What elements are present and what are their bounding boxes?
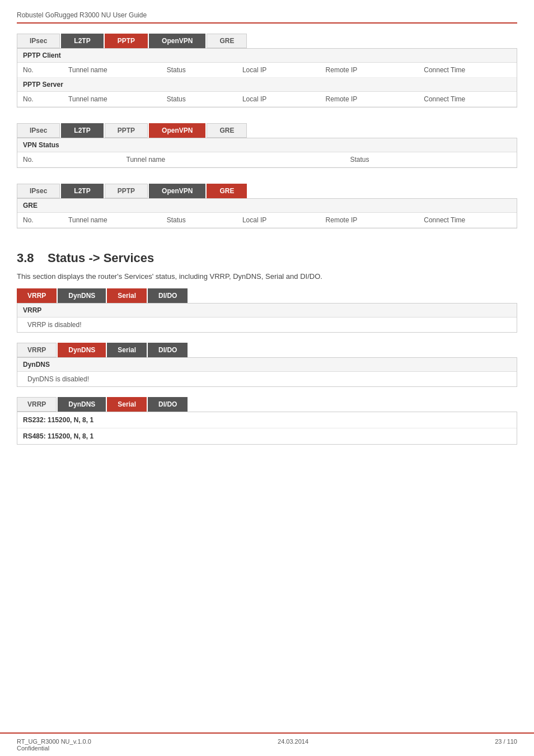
col-local-2: Local IP [237, 92, 320, 107]
tab-ipsec-3[interactable]: IPsec [17, 184, 60, 198]
gre-tab-bar[interactable]: IPsec L2TP PPTP OpenVPN GRE [17, 184, 517, 198]
tab-serial-3[interactable]: Serial [107, 397, 147, 412]
tab-serial-1[interactable]: Serial [107, 288, 147, 303]
tab-ipsec-2[interactable]: IPsec [17, 123, 60, 138]
tab-dido-3[interactable]: DI/DO [148, 397, 188, 412]
col-status-2: Status [161, 92, 237, 107]
gre-section-title: GRE [17, 199, 517, 213]
col-status-4: Status [161, 213, 237, 228]
col-local-1: Local IP [237, 63, 320, 78]
serial-content-panel: RS232: 115200, N, 8, 1 RS485: 115200, N,… [17, 412, 517, 445]
footer-left: RT_UG_R3000 NU_v.1.0.0 Confidential [17, 738, 91, 752]
section-38-desc: This section displays the router's Servi… [17, 272, 517, 281]
section-number: 3.8 [17, 251, 34, 265]
serial-row-2: RS485: 115200, N, 8, 1 [17, 428, 517, 444]
vrrp-section-title: VRRP [17, 304, 517, 318]
footer-page: 23 / 110 [495, 738, 517, 752]
col-connect-2: Connect Time [418, 92, 517, 107]
openvpn-status-title: VPN Status [17, 138, 517, 152]
services-dyndns-tab-bar[interactable]: VRRP DynDNS Serial DI/DO [17, 343, 517, 357]
tab-pptp-3[interactable]: PPTP [105, 184, 148, 198]
tab-vrrp-1[interactable]: VRRP [17, 288, 57, 303]
footer-date: 24.03.2014 [278, 738, 308, 752]
footer-confidential: Confidential [17, 745, 91, 752]
tab-openvpn-1[interactable]: OpenVPN [149, 34, 205, 48]
col-remote-4: Remote IP [320, 213, 419, 228]
gre-panel: IPsec L2TP PPTP OpenVPN GRE GRE No. Tunn… [17, 184, 517, 228]
services-vrrp-tab-bar[interactable]: VRRP DynDNS Serial DI/DO [17, 288, 517, 303]
tab-openvpn-3[interactable]: OpenVPN [149, 184, 205, 198]
pptp-server-title: PPTP Server [17, 78, 517, 92]
dyndns-panel: VRRP DynDNS Serial DI/DO DynDNS DynDNS i… [17, 343, 517, 387]
tab-l2tp-2[interactable]: L2TP [61, 123, 103, 138]
col-no-2: No. [17, 92, 63, 107]
col-tunnel-3: Tunnel name [121, 152, 345, 167]
serial-row-1: RS232: 115200, N, 8, 1 [17, 412, 517, 428]
vrrp-panel: VRRP DynDNS Serial DI/DO VRRP VRRP is di… [17, 288, 517, 333]
col-tunnel-4: Tunnel name [63, 213, 161, 228]
tab-gre-2[interactable]: GRE [207, 123, 247, 138]
serial-panel: VRRP DynDNS Serial DI/DO RS232: 115200, … [17, 397, 517, 445]
tab-pptp-1[interactable]: PPTP [105, 34, 148, 48]
section-38-title: 3.8 Status -> Services [17, 251, 517, 265]
tab-gre-3[interactable]: GRE [207, 184, 247, 198]
tab-vrrp-2[interactable]: VRRP [17, 343, 57, 357]
col-connect-4: Connect Time [418, 213, 517, 228]
tab-l2tp-1[interactable]: L2TP [61, 34, 103, 48]
gre-table: No. Tunnel name Status Local IP Remote I… [17, 213, 517, 228]
tab-l2tp-3[interactable]: L2TP [61, 184, 103, 198]
col-tunnel-2: Tunnel name [63, 92, 161, 107]
tab-serial-2[interactable]: Serial [107, 343, 147, 357]
vrrp-content-text: VRRP is disabled! [17, 318, 517, 332]
openvpn-panel: IPsec L2TP PPTP OpenVPN GRE VPN Status N… [17, 123, 517, 168]
col-remote-2: Remote IP [320, 92, 419, 107]
col-local-4: Local IP [237, 213, 320, 228]
openvpn-tab-bar[interactable]: IPsec L2TP PPTP OpenVPN GRE [17, 123, 517, 138]
vrrp-content-panel: VRRP VRRP is disabled! [17, 303, 517, 333]
tab-dyndns-1[interactable]: DynDNS [58, 288, 106, 303]
tab-pptp-2[interactable]: PPTP [105, 123, 148, 138]
dyndns-section-title: DynDNS [17, 358, 517, 372]
dyndns-content-panel: DynDNS DynDNS is disabled! [17, 357, 517, 387]
col-status-3: Status [344, 152, 517, 167]
col-tunnel-1: Tunnel name [63, 63, 161, 78]
col-no-3: No. [17, 152, 121, 167]
col-no-1: No. [17, 63, 63, 78]
col-status-1: Status [161, 63, 237, 78]
pptp-panel: IPsec L2TP PPTP OpenVPN GRE PPTP Client … [17, 34, 517, 108]
pptp-server-table: No. Tunnel name Status Local IP Remote I… [17, 92, 517, 107]
pptp-tab-bar[interactable]: IPsec L2TP PPTP OpenVPN GRE [17, 34, 517, 48]
page-footer: RT_UG_R3000 NU_v.1.0.0 Confidential 24.0… [0, 732, 534, 756]
pptp-client-title: PPTP Client [17, 49, 517, 63]
services-serial-tab-bar[interactable]: VRRP DynDNS Serial DI/DO [17, 397, 517, 412]
tab-dyndns-2[interactable]: DynDNS [58, 343, 106, 357]
tab-dyndns-3[interactable]: DynDNS [58, 397, 106, 412]
pptp-client-table: No. Tunnel name Status Local IP Remote I… [17, 63, 517, 78]
tab-dido-2[interactable]: DI/DO [148, 343, 188, 357]
col-connect-1: Connect Time [418, 63, 517, 78]
tab-openvpn-2[interactable]: OpenVPN [149, 123, 205, 138]
openvpn-content-panel: VPN Status No. Tunnel name Status [17, 138, 517, 168]
tab-ipsec-1[interactable]: IPsec [17, 34, 60, 48]
tab-gre-1[interactable]: GRE [207, 34, 247, 48]
openvpn-status-table: No. Tunnel name Status [17, 152, 517, 167]
dyndns-content-text: DynDNS is disabled! [17, 372, 517, 386]
gre-content-panel: GRE No. Tunnel name Status Local IP Remo… [17, 198, 517, 228]
col-remote-1: Remote IP [320, 63, 419, 78]
col-no-4: No. [17, 213, 63, 228]
footer-doc-version: RT_UG_R3000 NU_v.1.0.0 [17, 738, 91, 745]
section-38-heading: 3.8 Status -> Services [17, 251, 517, 265]
tab-vrrp-3[interactable]: VRRP [17, 397, 57, 412]
tab-dido-1[interactable]: DI/DO [148, 288, 188, 303]
section-title-text: Status -> Services [48, 251, 154, 265]
doc-title: Robustel GoRugged R3000 NU User Guide [17, 11, 517, 24]
pptp-content-panel: PPTP Client No. Tunnel name Status Local… [17, 48, 517, 108]
